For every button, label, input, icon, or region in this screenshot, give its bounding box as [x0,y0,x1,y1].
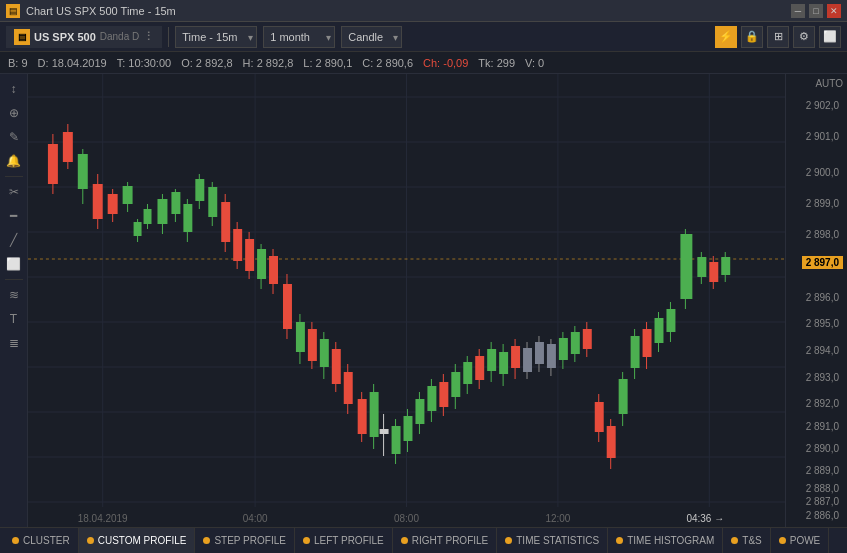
info-t: T: 10:30:00 [117,57,171,69]
svg-rect-50 [257,249,266,279]
alert-tool-button[interactable]: 🔔 [3,150,25,172]
svg-rect-84 [463,362,472,384]
info-h: H: 2 892,8 [243,57,294,69]
bottom-tabs-bar: CLUSTER CUSTOM PROFILE STEP PROFILE LEFT… [0,527,847,553]
toolbar-separator-1 [168,27,169,47]
info-v: V: 0 [525,57,544,69]
time-statistics-label: TIME STATISTICS [516,535,599,546]
chart-type-select[interactable]: Candle Line Bar Area [341,26,402,48]
tab-ts[interactable]: T&S [723,528,770,553]
svg-rect-66 [358,399,367,434]
svg-text:18.04.2019: 18.04.2019 [78,513,128,524]
timeframe-select-wrap[interactable]: Time - 15m Time - 1m Time - 5m Time - 1h… [175,26,257,48]
svg-rect-116 [655,318,664,343]
lock-icon-button[interactable]: 🔒 [741,26,763,48]
close-button[interactable]: ✕ [827,4,841,18]
svg-rect-78 [427,386,436,411]
tab-custom-profile[interactable]: CUSTOM PROFILE [79,528,196,553]
ts-dot [731,537,738,544]
menu-tool-button[interactable]: ≣ [3,332,25,354]
price-2902: 2 902,0 [806,100,839,111]
fullscreen-icon-button[interactable]: ⬜ [819,26,841,48]
price-2888: 2 888,0 [806,483,839,494]
crosshair-tool-button[interactable]: ⊕ [3,102,25,124]
tab-right-profile[interactable]: RIGHT PROFILE [393,528,498,553]
main-area: ↕ ⊕ ✎ 🔔 ✂ ━ ╱ ⬜ ≋ T ≣ [0,74,847,527]
svg-rect-70 [380,429,389,434]
window-title: Chart US SPX 500 Time - 15m [26,5,176,17]
svg-rect-28 [123,186,133,204]
price-2891: 2 891,0 [806,421,839,432]
maximize-button[interactable]: □ [809,4,823,18]
price-labels: 2 902,0 2 901,0 2 900,0 2 899,0 2 898,0 … [790,78,843,523]
tab-time-histogram[interactable]: TIME HISTOGRAM [608,528,723,553]
price-2901: 2 901,0 [806,131,839,142]
info-tk: Tk: 299 [478,57,515,69]
svg-rect-98 [547,344,556,368]
price-2889: 2 889,0 [806,465,839,476]
left-toolbar: ↕ ⊕ ✎ 🔔 ✂ ━ ╱ ⬜ ≋ T ≣ [0,74,28,527]
time-histogram-label: TIME HISTOGRAM [627,535,714,546]
time-statistics-dot [505,537,512,544]
symbol-display[interactable]: ▤ US SPX 500 Danda D ⋮ [6,26,162,48]
current-price-badge: 2 897,0 [802,256,843,269]
price-2893: 2 893,0 [806,372,839,383]
tab-cluster[interactable]: CLUSTER [4,528,79,553]
svg-rect-22 [78,154,88,189]
svg-rect-18 [48,144,58,184]
svg-rect-106 [595,402,604,432]
svg-rect-52 [269,256,278,284]
svg-rect-124 [709,262,718,282]
trendline-tool-button[interactable]: ╱ [3,229,25,251]
svg-rect-104 [583,329,592,349]
svg-rect-36 [171,192,180,214]
symbol-menu-icon[interactable]: ⋮ [143,30,154,43]
fib-tool-button[interactable]: ≋ [3,284,25,306]
svg-rect-108 [607,426,616,458]
svg-rect-60 [320,339,329,367]
svg-rect-100 [559,338,568,360]
trading-icon-button[interactable]: ⚡ [715,26,737,48]
symbol-icon: ▤ [14,29,30,45]
tab-power[interactable]: POWE [771,528,830,553]
chart-icon: ▤ [6,4,20,18]
hline-tool-button[interactable]: ━ [3,205,25,227]
price-axis: AUTO 2 902,0 2 901,0 2 900,0 2 899,0 2 8… [785,74,847,527]
svg-rect-56 [296,322,305,352]
scissors-tool-button[interactable]: ✂ [3,181,25,203]
period-select-wrap[interactable]: 1 month 1 week 3 months 6 months [263,26,335,48]
cursor-tool-button[interactable]: ↕ [3,78,25,100]
svg-rect-62 [332,349,341,384]
minimize-button[interactable]: ─ [791,4,805,18]
svg-rect-58 [308,329,317,361]
window-controls: ─ □ ✕ [791,4,841,18]
settings-icon-button[interactable]: ⚙ [793,26,815,48]
tab-step-profile[interactable]: STEP PROFILE [195,528,295,553]
svg-rect-68 [370,392,379,437]
svg-rect-92 [511,346,520,368]
layout-icon-button[interactable]: ⊞ [767,26,789,48]
tab-time-statistics[interactable]: TIME STATISTICS [497,528,608,553]
step-profile-dot [203,537,210,544]
right-profile-label: RIGHT PROFILE [412,535,489,546]
svg-rect-88 [487,349,496,371]
draw-tool-button[interactable]: ✎ [3,126,25,148]
period-select[interactable]: 1 month 1 week 3 months 6 months [263,26,335,48]
svg-rect-86 [475,356,484,380]
svg-rect-120 [680,234,692,299]
timeframe-select[interactable]: Time - 15m Time - 1m Time - 5m Time - 1h… [175,26,257,48]
svg-rect-96 [535,342,544,364]
tab-left-profile[interactable]: LEFT PROFILE [295,528,393,553]
main-toolbar: ▤ US SPX 500 Danda D ⋮ Time - 15m Time -… [0,22,847,52]
info-d: D: 18.04.2019 [38,57,107,69]
toolbar-right-icons: ⚡ 🔒 ⊞ ⚙ ⬜ [715,26,841,48]
text-tool-button[interactable]: T [3,308,25,330]
svg-text:08:00: 08:00 [394,513,419,524]
svg-rect-54 [283,284,292,329]
ts-label: T&S [742,535,761,546]
chart-type-select-wrap[interactable]: Candle Line Bar Area [341,26,402,48]
rect-tool-button[interactable]: ⬜ [3,253,25,275]
svg-rect-74 [404,416,413,441]
power-label: POWE [790,535,821,546]
chart-area[interactable]: 18.04.2019 04:00 08:00 12:00 04:36 → [28,74,785,527]
